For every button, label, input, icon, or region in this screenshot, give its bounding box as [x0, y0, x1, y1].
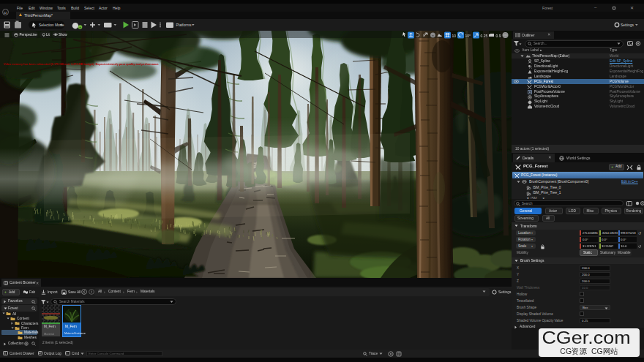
- svg-text:+: +: [79, 25, 81, 29]
- svg-text:10: 10: [452, 34, 457, 38]
- svg-text:0.25: 0.25: [481, 34, 488, 38]
- svg-text:0.9: 0.9: [496, 34, 501, 38]
- svg-text:Settings: Settings: [621, 23, 634, 27]
- svg-text:Platforms: Platforms: [176, 23, 192, 27]
- svg-text:10°: 10°: [465, 34, 471, 38]
